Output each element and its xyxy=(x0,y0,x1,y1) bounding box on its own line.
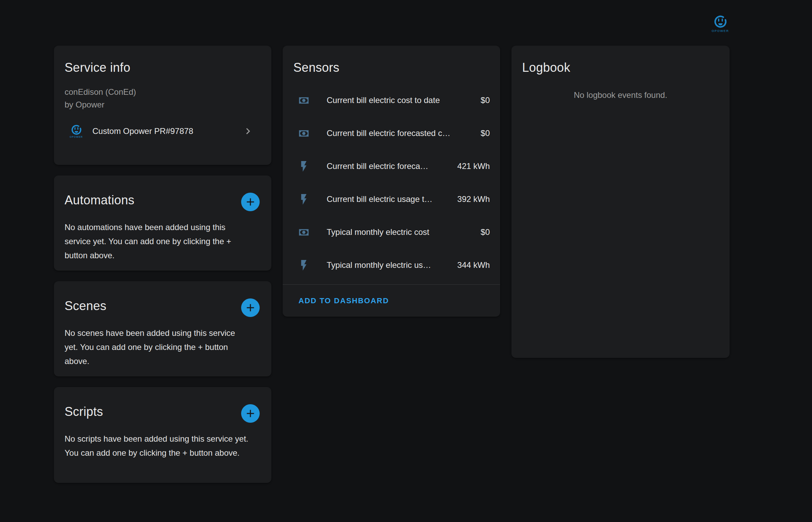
sensors-card: Sensors Current bill electric cost to da… xyxy=(283,46,500,317)
plus-icon xyxy=(244,302,257,314)
sensor-row[interactable]: Typical monthly electric us… 344 kWh xyxy=(283,249,500,282)
add-automation-button[interactable] xyxy=(241,193,260,211)
card-columns: Service info conEdison (ConEd) by Opower… xyxy=(54,46,730,483)
plus-icon xyxy=(244,196,257,208)
opower-brand-logo: OPOWER xyxy=(710,14,730,33)
automations-title: Automations xyxy=(65,193,134,208)
service-info-card: Service info conEdison (ConEd) by Opower… xyxy=(54,46,271,165)
opower-outlet-icon xyxy=(71,124,82,135)
sensor-row[interactable]: Current bill electric foreca… 421 kWh xyxy=(283,150,500,183)
logbook-empty-text: No logbook events found. xyxy=(511,90,730,100)
sensor-list: Current bill electric cost to date $0 Cu… xyxy=(283,84,500,282)
sensor-value: 421 kWh xyxy=(457,161,490,171)
opower-logo-caption: OPOWER xyxy=(70,136,83,138)
sensor-row[interactable]: Current bill electric usage t… 392 kWh xyxy=(283,183,500,216)
sensor-row[interactable]: Current bill electric cost to date $0 xyxy=(283,84,500,117)
service-info-description: conEdison (ConEd) by Opower xyxy=(54,75,271,111)
sensor-label: Typical monthly electric us… xyxy=(327,260,452,270)
automations-empty-text: No automations have been added using thi… xyxy=(54,211,260,262)
scripts-title: Scripts xyxy=(65,404,103,419)
flash-icon xyxy=(297,160,310,173)
scripts-empty-text: No scripts have been added using this se… xyxy=(54,423,260,460)
add-to-dashboard-button[interactable]: ADD TO DASHBOARD xyxy=(298,296,389,305)
cash-icon xyxy=(297,226,310,239)
sensor-value: 344 kWh xyxy=(457,260,490,270)
scenes-empty-text: No scenes have been added using this ser… xyxy=(54,317,260,368)
scripts-header: Scripts xyxy=(54,387,271,423)
column-left: Service info conEdison (ConEd) by Opower… xyxy=(54,46,271,483)
scenes-card: Scenes No scenes have been added using t… xyxy=(54,281,271,376)
sensors-action-area: ADD TO DASHBOARD xyxy=(283,285,500,317)
sensor-value: $0 xyxy=(481,95,490,105)
scripts-card: Scripts No scripts have been added using… xyxy=(54,387,271,483)
sensor-label: Current bill electric usage t… xyxy=(327,194,452,204)
integration-service-page: OPOWER Service info conEdison (ConEd) by… xyxy=(0,0,812,522)
sensor-label: Typical monthly electric cost xyxy=(327,227,475,237)
sensors-title: Sensors xyxy=(283,46,500,75)
sensor-value: $0 xyxy=(481,227,490,237)
sensor-row[interactable]: Typical monthly electric cost $0 xyxy=(283,216,500,249)
opower-integration-logo: OPOWER xyxy=(66,124,86,138)
integration-name-label: Custom Opower PR#97878 xyxy=(92,126,242,136)
sensor-value: $0 xyxy=(481,128,490,138)
column-middle: Sensors Current bill electric cost to da… xyxy=(283,46,500,317)
service-name: conEdison (ConEd) xyxy=(65,86,260,98)
plus-icon xyxy=(244,407,257,420)
column-right: Logbook No logbook events found. xyxy=(511,46,730,358)
add-scene-button[interactable] xyxy=(241,298,260,317)
service-info-title: Service info xyxy=(54,46,271,75)
sensor-value: 392 kWh xyxy=(457,194,490,204)
logbook-title: Logbook xyxy=(511,46,730,75)
flash-icon xyxy=(297,193,310,206)
chevron-right-icon xyxy=(242,125,254,137)
automations-card: Automations No automations have been add… xyxy=(54,175,271,271)
scenes-header: Scenes xyxy=(54,281,271,317)
sensor-label: Current bill electric cost to date xyxy=(327,95,475,105)
opower-brand-caption: OPOWER xyxy=(712,29,729,33)
sensor-label: Current bill electric forecasted c… xyxy=(327,128,475,138)
cash-icon xyxy=(297,127,310,140)
sensor-label: Current bill electric foreca… xyxy=(327,161,452,171)
integration-link-row[interactable]: OPOWER Custom Opower PR#97878 xyxy=(54,122,271,140)
sensor-row[interactable]: Current bill electric forecasted c… $0 xyxy=(283,117,500,150)
scenes-title: Scenes xyxy=(65,298,106,314)
opower-outlet-icon xyxy=(713,14,728,29)
logbook-card: Logbook No logbook events found. xyxy=(511,46,730,358)
service-provider: by Opower xyxy=(65,98,260,111)
cash-icon xyxy=(297,94,310,107)
add-script-button[interactable] xyxy=(241,404,260,423)
automations-header: Automations xyxy=(54,175,271,211)
flash-icon xyxy=(297,259,310,272)
